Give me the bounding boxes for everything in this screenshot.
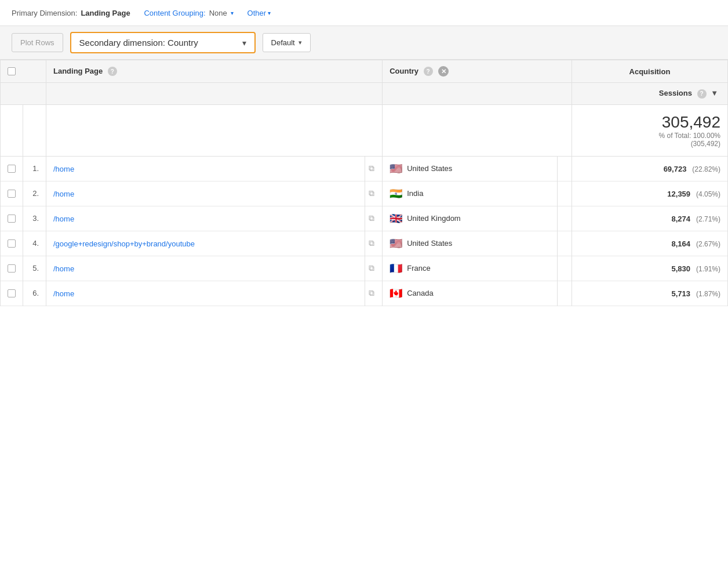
country-name: United States [407,164,452,173]
sessions-value: 12,359 [667,190,690,198]
sessions-header: Sessions ? ▼ [572,83,727,105]
summary-country-cell [383,104,572,156]
data-table: Landing Page ? Country ? ✕ Acquisition [0,60,728,306]
summary-pct-val: 100.00% [693,132,720,140]
landing-page-help-icon[interactable]: ? [108,67,117,76]
flag-icon: 🇺🇸 [390,238,402,249]
summary-sessions-sub: % of Total: 100.00% (305,492) [579,132,720,148]
empty-th-1 [1,83,23,105]
table-row: 5. /home ⧉ 🇫🇷 France 5,830 (1.91%) [1,256,728,281]
default-button[interactable]: Default ▾ [263,33,311,52]
summary-sessions-cell: 305,492 % of Total: 100.00% (305,492) [572,104,727,156]
copy-icon[interactable]: ⧉ [369,164,374,173]
country-extra-cell [557,281,572,306]
country-name: United States [407,239,452,248]
copy-icon-cell: ⧉ [365,231,383,256]
page-link[interactable]: /google+redesign/shop+by+brand/youtube [53,239,195,248]
page-link[interactable]: /home [53,215,74,223]
summary-pct-label: % of Total: [658,132,691,140]
row-checkbox-cell [1,256,23,281]
country-cell: 🇺🇸 United States [383,231,558,256]
landing-page-cell: /home [46,281,365,306]
sessions-help-icon[interactable]: ? [697,89,707,99]
landing-page-cell: /home [46,256,365,281]
country-close-icon[interactable]: ✕ [438,66,449,77]
row-checkbox-cell [1,231,23,256]
sessions-value: 5,713 [672,289,691,298]
select-all-header [1,60,23,83]
chevron-down-icon-secondary: ▾ [242,38,246,48]
copy-icon[interactable]: ⧉ [369,263,374,273]
row-number: 5. [23,256,46,281]
sessions-cell: 5,713 (1.87%) [572,281,727,306]
sessions-value: 8,164 [672,239,691,248]
row-checkbox[interactable] [8,165,16,173]
copy-icon[interactable]: ⧉ [369,213,374,223]
table-row: 4. /google+redesign/shop+by+brand/youtub… [1,231,728,256]
country-cell: 🇺🇸 United States [383,156,558,181]
sessions-cell: 69,723 (22.82%) [572,156,727,181]
content-grouping-value: None [209,9,227,17]
acquisition-header-label: Acquisition [629,67,671,76]
landing-page-cell: /home [46,206,365,231]
data-table-container: Landing Page ? Country ? ✕ Acquisition [0,60,728,306]
copy-icon[interactable]: ⧉ [369,288,374,297]
summary-landing-cell [46,104,383,156]
table-row: 6. /home ⧉ 🇨🇦 Canada 5,713 (1.87%) [1,281,728,306]
country-help-icon[interactable]: ? [424,67,433,76]
other-dropdown[interactable]: Other ▾ [247,9,271,17]
table-row: 1. /home ⧉ 🇺🇸 United States 69,723 (22.8… [1,156,728,181]
sessions-value: 8,274 [672,215,691,223]
row-num-header [23,60,46,83]
summary-sessions-main: 305,492 [579,113,720,132]
copy-icon[interactable]: ⧉ [369,188,374,198]
empty-th-2 [23,83,46,105]
sessions-cell: 12,359 (4.05%) [572,181,727,206]
flag-icon: 🇬🇧 [390,213,402,224]
separator [135,8,140,17]
row-checkbox[interactable] [8,289,16,297]
flag-icon: 🇮🇳 [390,188,402,199]
flag-icon: 🇺🇸 [390,164,402,174]
row-checkbox[interactable] [8,264,16,273]
sessions-percentage: (1.87%) [696,290,720,298]
page-link[interactable]: /home [53,264,74,273]
country-cell: 🇫🇷 France [383,256,558,281]
copy-icon-cell: ⧉ [365,281,383,306]
summary-row: 305,492 % of Total: 100.00% (305,492) [1,104,728,156]
country-name: France [407,264,430,273]
separator2 [238,8,243,17]
row-checkbox-cell [1,156,23,181]
page-link[interactable]: /home [53,190,74,198]
row-checkbox[interactable] [8,190,16,198]
country-header-label: Country [390,67,418,75]
copy-icon-cell: ⧉ [365,256,383,281]
page-link[interactable]: /home [53,289,74,298]
content-grouping-label[interactable]: Content Grouping: [144,9,205,17]
row-number: 6. [23,281,46,306]
toolbar-row: Plot Rows Secondary dimension: Country ▾… [0,26,728,60]
row-number: 3. [23,206,46,231]
page-link[interactable]: /home [53,165,74,173]
plot-rows-button[interactable]: Plot Rows [12,33,63,52]
country-cell: 🇬🇧 United Kingdom [383,206,558,231]
sessions-percentage: (2.67%) [696,240,720,248]
select-all-checkbox[interactable] [8,67,16,75]
sort-down-icon[interactable]: ▼ [711,89,718,97]
content-grouping-dropdown[interactable]: ▾ [231,10,234,16]
row-checkbox[interactable] [8,239,16,248]
row-checkbox[interactable] [8,215,16,223]
country-extra-cell [557,256,572,281]
country-extra-cell [557,206,572,231]
sessions-cell: 8,164 (2.67%) [572,231,727,256]
row-checkbox-cell [1,206,23,231]
country-cell: 🇮🇳 India [383,181,558,206]
copy-icon[interactable]: ⧉ [369,238,374,248]
empty-th-4 [383,83,572,105]
summary-checkbox-cell [1,104,23,156]
chevron-down-icon: ▾ [231,10,234,16]
country-header: Country ? ✕ [383,60,572,83]
primary-dimension-label: Primary Dimension: [12,9,77,17]
secondary-dimension-dropdown[interactable]: Secondary dimension: Country ▾ [70,32,256,53]
empty-th-3 [46,83,383,105]
